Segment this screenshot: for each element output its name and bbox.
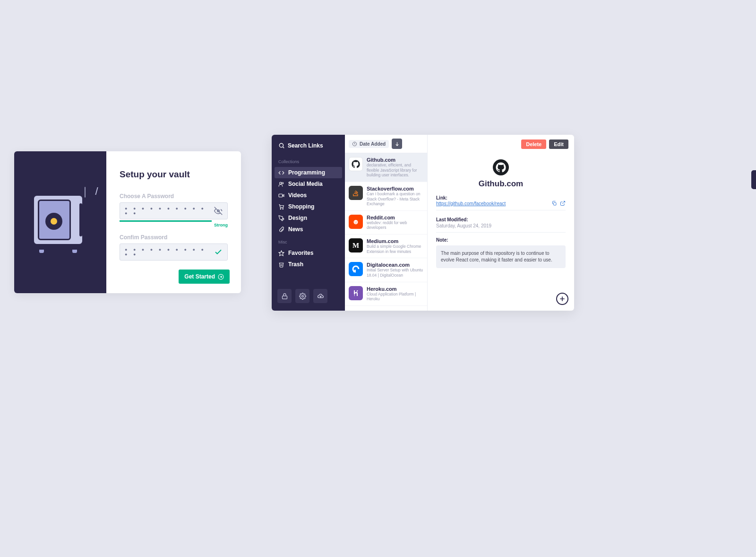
cart-icon — [278, 204, 284, 210]
svg-line-24 — [562, 201, 565, 204]
password-strength-text: Strong — [120, 223, 228, 227]
settings-button[interactable] — [295, 289, 309, 303]
svg-rect-22 — [353, 271, 354, 272]
github-logo-icon — [493, 159, 509, 175]
svg-point-18 — [354, 220, 358, 224]
link-entry-sub: Initial Server Setup with Ubuntu 18.04 |… — [367, 268, 423, 278]
sidebar-item-label: Programming — [288, 169, 325, 176]
misc-section-label: Misc — [272, 235, 345, 247]
copy-icon[interactable] — [551, 200, 557, 206]
sidebar-item-shopping[interactable]: Shopping — [272, 201, 345, 212]
svg-line-5 — [283, 147, 284, 148]
svg-point-20 — [356, 221, 357, 222]
pen-icon — [278, 215, 284, 221]
detail-note-label: Note: — [436, 237, 566, 243]
link-entry-github[interactable]: Github.com declarative, efficient, and f… — [345, 153, 427, 182]
links-manager-card: Search Links Collections Programming Soc… — [272, 135, 574, 311]
link-entry-sub: Can I bookmark a question on Stack Overf… — [367, 191, 423, 207]
svg-point-19 — [354, 221, 355, 222]
add-link-button[interactable] — [556, 293, 568, 305]
links-sidebar: Search Links Collections Programming Soc… — [272, 135, 345, 311]
password-field: Choose A Password ● ● ● ● ● ● ● ● ● ● ● … — [120, 193, 228, 227]
safe-illustration: ｜ / — [32, 194, 89, 251]
sidebar-item-label: Favorites — [288, 250, 313, 256]
vault-setup-card: ｜ / Setup your vault Choose A Password ●… — [14, 151, 241, 293]
link-entry-sub: Build a simple Google Chrome Extension i… — [367, 244, 423, 254]
detail-link-field: Link: https://github.com/facebook/react — [436, 195, 566, 210]
stackoverflow-icon — [349, 186, 363, 200]
sort-direction-button[interactable] — [392, 139, 402, 149]
link-entry-heroku[interactable]: Heroku.com Cloud Application Platform | … — [345, 282, 427, 306]
svg-rect-23 — [554, 203, 557, 206]
lock-button[interactable] — [277, 289, 292, 303]
link-entry-title: Heroku.com — [367, 286, 423, 292]
confirm-password-value: ● ● ● ● ● ● ● ● ● ● ● ● — [125, 247, 214, 257]
links-list-panel: Date Added Github.com declarative, effic… — [345, 135, 428, 311]
detail-link-value[interactable]: https://github.com/facebook/react — [436, 201, 506, 206]
next-card-peek — [751, 170, 756, 189]
link-entry-title: Github.com — [367, 157, 423, 163]
star-icon — [278, 250, 284, 256]
edit-button[interactable]: Edit — [549, 139, 568, 149]
vault-form-panel: Setup your vault Choose A Password ● ● ●… — [106, 151, 241, 293]
github-icon — [349, 157, 363, 171]
link-entry-medium[interactable]: M Medium.com Build a simple Google Chrom… — [345, 235, 427, 258]
password-input[interactable]: ● ● ● ● ● ● ● ● ● ● ● ● — [120, 202, 228, 219]
confirm-password-input[interactable]: ● ● ● ● ● ● ● ● ● ● ● ● — [120, 244, 228, 261]
password-label: Choose A Password — [120, 193, 228, 200]
video-icon — [278, 192, 284, 199]
sidebar-item-design[interactable]: Design — [272, 212, 345, 224]
get-started-label: Get Started — [184, 273, 215, 280]
clock-icon — [352, 141, 357, 147]
medium-icon: M — [349, 238, 363, 252]
sidebar-item-programming[interactable]: Programming — [275, 167, 342, 178]
link-entry-stackoverflow[interactable]: Stackoverflow.com Can I bookmark a quest… — [345, 182, 427, 211]
eye-off-icon[interactable] — [214, 207, 223, 215]
get-started-button[interactable]: Get Started — [179, 270, 230, 284]
sidebar-item-favorites[interactable]: Favorites — [272, 247, 345, 259]
detail-title: Github.com — [436, 179, 566, 189]
users-icon — [278, 181, 284, 187]
heroku-icon — [349, 286, 363, 300]
svg-point-7 — [282, 182, 284, 183]
code-icon — [278, 170, 284, 176]
sidebar-item-news[interactable]: News — [272, 224, 345, 235]
link-entry-digitalocean[interactable]: Digitalocean.com Initial Server Setup wi… — [345, 258, 427, 282]
search-placeholder: Search Links — [288, 142, 323, 149]
link-entry-title: Reddit.com — [367, 215, 423, 220]
svg-rect-8 — [279, 194, 283, 197]
sidebar-item-label: Trash — [288, 261, 303, 268]
sidebar-item-label: Shopping — [288, 203, 314, 210]
link-entry-title: Medium.com — [367, 238, 423, 244]
check-icon — [214, 248, 223, 256]
password-strength-bar — [120, 220, 212, 222]
arrow-right-circle-icon — [218, 274, 224, 280]
reddit-icon — [349, 215, 363, 229]
sort-bar: Date Added — [345, 135, 427, 153]
sidebar-item-label: Videos — [288, 192, 307, 199]
password-value: ● ● ● ● ● ● ● ● ● ● ● ● — [125, 206, 214, 216]
svg-point-10 — [280, 209, 281, 209]
detail-note-value: The main purpose of this repository is t… — [436, 245, 566, 268]
link-entry-sub: webdev: reddit for web developers — [367, 220, 423, 230]
sidebar-item-videos[interactable]: Videos — [272, 190, 345, 201]
detail-actions: Delete Edit — [521, 139, 568, 149]
sidebar-item-social-media[interactable]: Social Media — [272, 178, 345, 190]
sort-dropdown[interactable]: Date Added — [349, 140, 389, 148]
detail-header: Github.com — [436, 159, 566, 189]
detail-link-label: Link: — [436, 195, 566, 200]
detail-note-field: Note: The main purpose of this repositor… — [436, 237, 566, 268]
confirm-password-field: Confim Password ● ● ● ● ● ● ● ● ● ● ● ● — [120, 234, 228, 261]
link-entry-title: Digitalocean.com — [367, 262, 423, 268]
sidebar-item-trash[interactable]: Trash — [272, 259, 345, 270]
search-links[interactable]: Search Links — [272, 139, 345, 155]
sidebar-item-label: Design — [288, 215, 307, 221]
cloud-sync-button[interactable] — [313, 289, 327, 303]
link-entry-sub: Cloud Application Platform | Heroku — [367, 292, 423, 302]
external-link-icon[interactable] — [560, 200, 566, 206]
vault-title: Setup your vault — [120, 169, 228, 180]
collections-section-label: Collections — [272, 155, 345, 167]
confirm-password-label: Confim Password — [120, 234, 228, 241]
link-entry-reddit[interactable]: Reddit.com webdev: reddit for web develo… — [345, 211, 427, 235]
delete-button[interactable]: Delete — [521, 139, 546, 149]
